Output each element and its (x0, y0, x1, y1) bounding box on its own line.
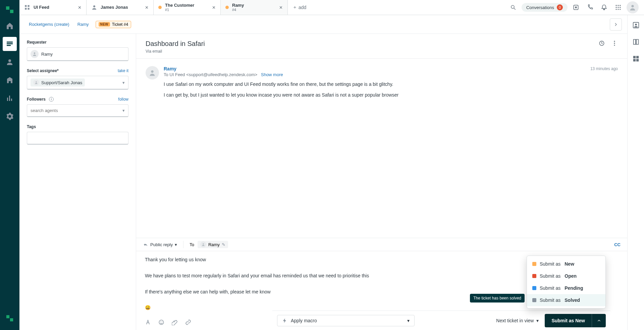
follow-link[interactable]: follow (118, 97, 128, 102)
submit-caret-button[interactable] (592, 314, 606, 327)
events-icon[interactable] (598, 40, 605, 47)
tab-ramy[interactable]: Ramy #4 ✕ (221, 0, 288, 15)
message-author[interactable]: Ramy (164, 66, 176, 71)
close-icon[interactable]: ✕ (78, 5, 82, 10)
reply-type-selector[interactable]: Public reply ▾ (143, 242, 177, 247)
tab-label: UI Feed (34, 5, 49, 10)
status-swatch-icon (532, 262, 536, 266)
subject-input[interactable] (146, 40, 476, 48)
conversations-button[interactable]: Conversations 0 (522, 3, 568, 12)
link-icon[interactable] (185, 319, 191, 325)
next-ticket-button[interactable]: Next ticket in view ▾ (496, 318, 545, 323)
tags-field[interactable] (27, 132, 128, 145)
svg-rect-24 (636, 59, 638, 61)
status-dot-icon (158, 6, 162, 9)
apps-icon[interactable] (612, 2, 624, 13)
close-icon[interactable]: ✕ (145, 5, 149, 10)
views-icon[interactable] (3, 37, 17, 51)
attach-icon[interactable] (172, 319, 178, 325)
ticket-id: Ticket #4 (112, 22, 128, 27)
submit-as-pending[interactable]: Submit as Pending (527, 282, 605, 294)
tab-the-customer[interactable]: The Customer #1 ✕ (154, 0, 221, 15)
macro-label: Apply macro (291, 318, 317, 323)
requester-name: Ramy (41, 52, 53, 57)
context-user-icon[interactable] (631, 20, 641, 31)
take-it-link[interactable]: take it (118, 68, 128, 73)
svg-rect-3 (28, 8, 30, 10)
breadcrumb-bar: Rocketgems (create) Ramy NEW Ticket #4 (19, 15, 627, 34)
svg-point-33 (159, 320, 164, 325)
cc-button[interactable]: CC (614, 242, 621, 247)
crumb-requester[interactable]: Ramy (73, 20, 93, 29)
svg-point-32 (203, 243, 204, 244)
knowledge-icon[interactable] (631, 37, 641, 47)
assignee-value: Support/Sarah Jonas (41, 80, 82, 85)
user-icon (31, 50, 39, 58)
organizations-icon[interactable] (3, 73, 17, 87)
svg-point-35 (162, 322, 162, 322)
reporting-icon[interactable] (3, 91, 17, 105)
info-icon[interactable]: i (49, 97, 54, 102)
show-more-link[interactable]: Show more (261, 72, 283, 77)
svg-rect-0 (25, 5, 26, 7)
followers-input[interactable] (31, 108, 122, 113)
submit-as-new[interactable]: Submit as New (527, 258, 605, 270)
status-swatch-icon (532, 286, 536, 290)
chevron-down-icon: ▾ (175, 242, 177, 247)
emoji-icon[interactable] (158, 319, 164, 325)
submit-status: New (575, 318, 585, 323)
conversation-log: Ramy 13 minutes ago To UI Feed <support@… (136, 59, 627, 238)
submit-as-open[interactable]: Submit as Open (527, 270, 605, 282)
avatar[interactable] (146, 66, 159, 79)
chevron-down-icon: ▾ (122, 108, 125, 113)
talk-icon[interactable] (570, 2, 582, 13)
tab-ui-feed[interactable]: UI Feed ✕ (19, 0, 87, 15)
recipient-chip[interactable]: Ramy ✎ (198, 241, 228, 248)
search-icon[interactable] (507, 2, 519, 13)
apps-panel-icon[interactable] (631, 53, 641, 64)
profile-avatar[interactable] (627, 1, 639, 13)
phone-icon[interactable] (584, 2, 596, 13)
svg-point-11 (620, 5, 621, 6)
svg-point-10 (618, 5, 619, 6)
status-badge: NEW Ticket #4 (96, 21, 131, 28)
svg-point-5 (511, 5, 514, 8)
text-format-icon[interactable] (145, 319, 151, 325)
add-tab-button[interactable]: ＋ add (288, 0, 311, 15)
submit-as-solved[interactable]: Submit as Solved (527, 294, 605, 306)
svg-point-15 (616, 9, 617, 10)
status-swatch-icon (532, 298, 536, 302)
submit-button[interactable]: Submit as New (545, 314, 606, 327)
status-pill: NEW (99, 22, 110, 26)
ticket-footer: Apply macro ▾ Next ticket in view ▾ Subm… (272, 311, 610, 330)
apply-macro-button[interactable]: Apply macro ▾ (277, 315, 415, 326)
svg-point-28 (614, 41, 615, 42)
edit-icon[interactable]: ✎ (222, 242, 225, 247)
svg-rect-21 (633, 56, 635, 58)
close-icon[interactable]: ✕ (279, 5, 283, 10)
svg-point-12 (616, 7, 617, 8)
svg-rect-22 (636, 56, 638, 58)
tab-james-jonas[interactable]: James Jonas ✕ (87, 0, 154, 15)
expand-sidebar-button[interactable] (610, 18, 622, 31)
customers-icon[interactable] (3, 55, 17, 69)
add-tab-label: add (299, 5, 306, 10)
crumb-org[interactable]: Rocketgems (create) (25, 20, 73, 29)
close-icon[interactable]: ✕ (212, 5, 216, 10)
requester-field[interactable]: Ramy (27, 47, 128, 61)
zendesk-bottom-logo (3, 311, 17, 325)
tab-bar: UI Feed ✕ James Jonas ✕ The Customer #1 … (19, 0, 644, 15)
followers-field[interactable]: ▾ (27, 104, 128, 117)
notifications-icon[interactable] (598, 2, 610, 13)
home-icon[interactable] (3, 19, 17, 33)
assignee-field[interactable]: Support/Sarah Jonas ▾ (27, 76, 128, 90)
svg-point-20 (635, 23, 637, 25)
admin-icon[interactable] (3, 109, 17, 123)
message-body-line: I can get by, but I just wanted to let y… (164, 91, 618, 99)
svg-point-17 (620, 9, 621, 10)
recipient-name: Ramy (208, 242, 220, 247)
conversations-badge: 0 (557, 4, 563, 10)
more-actions-icon[interactable] (611, 40, 618, 47)
requester-label: Requester (27, 40, 128, 45)
to-label: To (190, 242, 194, 247)
